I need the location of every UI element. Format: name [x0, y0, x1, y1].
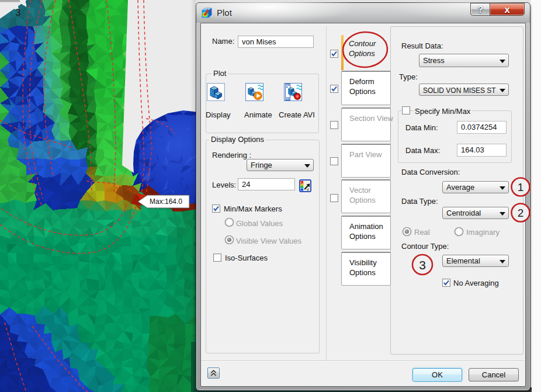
svg-text:3: 3: [15, 7, 20, 18]
svg-text:Max:164.0: Max:164.0: [150, 197, 182, 206]
